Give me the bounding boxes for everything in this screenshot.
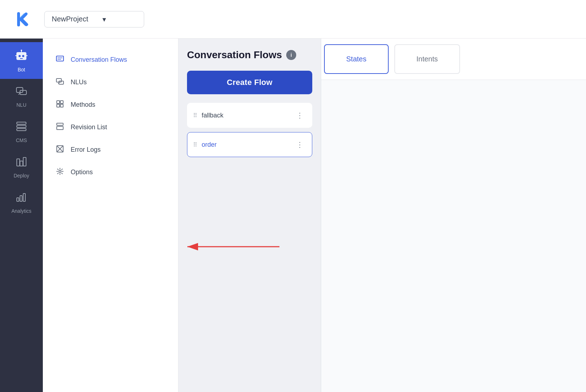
flows-title: Conversation Flows bbox=[187, 49, 282, 61]
sidebar-item-cms[interactable]: CMS bbox=[0, 114, 43, 150]
sidebar-item-deploy[interactable]: Deploy bbox=[0, 150, 43, 185]
conversation-flows-label: Conversation Flows bbox=[71, 56, 127, 64]
sidebar-cms-label: CMS bbox=[16, 137, 27, 143]
project-selector[interactable]: NewProject ▾ bbox=[44, 11, 144, 27]
nlus-label: NLUs bbox=[71, 79, 87, 86]
methods-icon bbox=[55, 100, 65, 110]
project-name: NewProject bbox=[52, 15, 88, 23]
flows-header: Conversation Flows i bbox=[187, 49, 312, 61]
right-panel: States Intents bbox=[321, 39, 586, 392]
svg-rect-15 bbox=[20, 161, 23, 166]
revision-list-label: Revision List bbox=[71, 124, 107, 131]
svg-rect-18 bbox=[20, 196, 22, 201]
sidebar-analytics-label: Analytics bbox=[11, 208, 31, 214]
svg-point-3 bbox=[22, 55, 24, 57]
nav-item-revision-list[interactable]: Revision List bbox=[50, 117, 171, 138]
sidebar-deploy-label: Deploy bbox=[14, 173, 29, 179]
svg-rect-27 bbox=[57, 104, 60, 107]
nav-item-error-logs[interactable]: Error Logs bbox=[50, 139, 171, 160]
nav-item-conversation-flows[interactable]: Conversation Flows bbox=[50, 49, 171, 70]
nav-item-methods[interactable]: Methods bbox=[50, 94, 171, 115]
drag-handle-order-icon: ⠿ bbox=[193, 141, 197, 148]
flow-more-menu-order[interactable]: ⋮ bbox=[293, 139, 306, 150]
svg-point-2 bbox=[19, 55, 21, 57]
svg-rect-4 bbox=[20, 58, 23, 59]
flow-name-fallback: fallback bbox=[202, 112, 223, 119]
sidebar-nlu-label: NLU bbox=[16, 102, 26, 108]
svg-rect-29 bbox=[57, 123, 63, 125]
svg-rect-30 bbox=[57, 126, 63, 130]
tabs-bar: States Intents bbox=[321, 39, 586, 80]
create-flow-button[interactable]: Create Flow bbox=[187, 71, 312, 94]
svg-rect-16 bbox=[23, 157, 26, 166]
options-label: Options bbox=[71, 169, 93, 176]
tab-states[interactable]: States bbox=[324, 44, 389, 74]
revision-list-icon bbox=[55, 122, 65, 132]
sidebar-item-bot[interactable]: Bot bbox=[0, 42, 43, 79]
svg-rect-17 bbox=[17, 198, 19, 201]
analytics-icon bbox=[16, 191, 27, 205]
arrow-annotation bbox=[180, 236, 280, 259]
nlus-icon bbox=[55, 77, 65, 87]
sidebar: Bot NLU CMS bbox=[0, 39, 43, 392]
flow-name-order: order bbox=[202, 141, 217, 149]
flows-panel: Conversation Flows i Create Flow ⠿ fallb… bbox=[178, 39, 321, 392]
svg-rect-28 bbox=[60, 104, 63, 107]
svg-rect-11 bbox=[17, 122, 26, 124]
svg-rect-20 bbox=[56, 56, 64, 61]
chevron-down-icon: ▾ bbox=[102, 15, 106, 24]
topbar: NewProject ▾ bbox=[0, 0, 586, 39]
nav-panel: Conversation Flows NLUs Met bbox=[43, 39, 178, 392]
content-area: Conversation Flows i Create Flow ⠿ fallb… bbox=[178, 39, 586, 392]
flow-item-fallback[interactable]: ⠿ fallback ⋮ bbox=[187, 103, 312, 128]
svg-rect-13 bbox=[17, 129, 26, 131]
sidebar-item-analytics[interactable]: Analytics bbox=[0, 185, 43, 220]
svg-rect-14 bbox=[17, 159, 20, 166]
options-icon bbox=[55, 167, 65, 177]
info-icon[interactable]: i bbox=[286, 50, 296, 60]
conversation-flows-icon bbox=[55, 55, 65, 65]
svg-rect-19 bbox=[23, 194, 25, 201]
main-layout: Bot NLU CMS bbox=[0, 39, 586, 392]
nlu-icon bbox=[16, 85, 27, 99]
methods-label: Methods bbox=[71, 101, 95, 109]
nav-item-options[interactable]: Options bbox=[50, 162, 171, 183]
sidebar-bot-label: Bot bbox=[17, 67, 25, 72]
error-logs-icon bbox=[55, 145, 65, 155]
svg-rect-26 bbox=[60, 101, 63, 104]
drag-handle-icon: ⠿ bbox=[193, 112, 197, 119]
cms-icon bbox=[16, 121, 27, 135]
flow-more-menu-fallback[interactable]: ⋮ bbox=[293, 110, 306, 121]
flow-item-left: ⠿ fallback bbox=[193, 112, 223, 119]
svg-point-34 bbox=[59, 170, 61, 172]
flow-item-left-order: ⠿ order bbox=[193, 141, 217, 149]
deploy-icon bbox=[16, 156, 27, 170]
bot-icon bbox=[15, 49, 28, 64]
sidebar-item-nlu[interactable]: NLU bbox=[0, 79, 43, 114]
nav-item-nlus[interactable]: NLUs bbox=[50, 72, 171, 93]
svg-point-6 bbox=[21, 50, 22, 51]
svg-rect-25 bbox=[57, 101, 60, 104]
error-logs-label: Error Logs bbox=[71, 146, 101, 154]
app-logo bbox=[11, 8, 34, 31]
tab-intents[interactable]: Intents bbox=[394, 44, 460, 74]
svg-rect-12 bbox=[17, 125, 26, 127]
flow-item-order[interactable]: ⠿ order ⋮ bbox=[187, 132, 312, 157]
